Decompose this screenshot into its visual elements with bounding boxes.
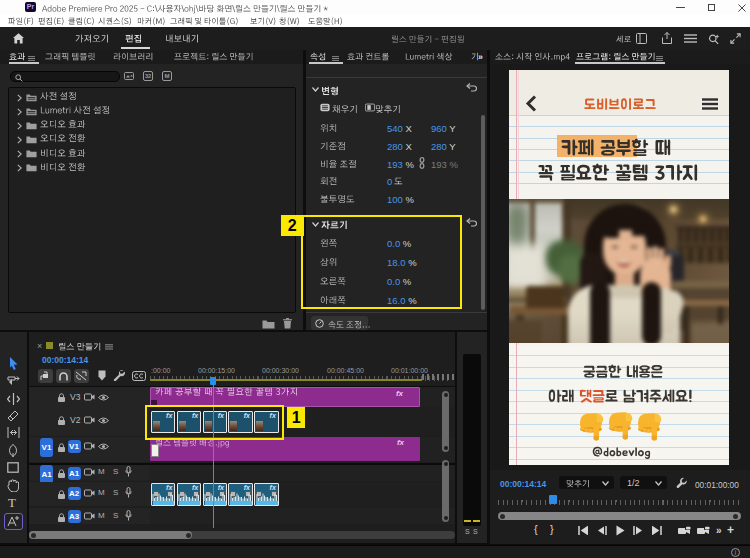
svg-text:i: i: [735, 549, 736, 556]
